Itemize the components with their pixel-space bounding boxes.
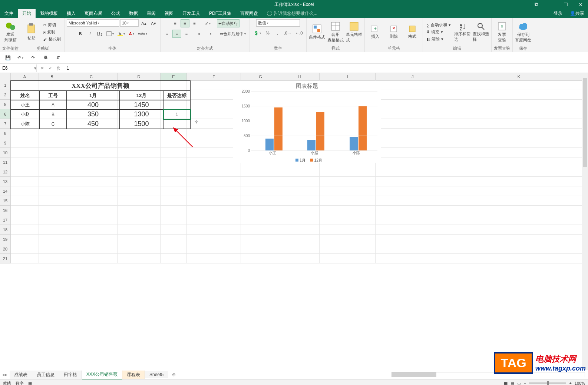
grid-cell[interactable] bbox=[65, 167, 118, 177]
cancel-formula-button[interactable]: ✕ bbox=[40, 66, 44, 71]
grid-cell[interactable] bbox=[65, 186, 118, 196]
grid-cell[interactable] bbox=[118, 148, 161, 157]
grid-cell[interactable] bbox=[450, 254, 588, 263]
cell-id[interactable]: A bbox=[40, 100, 67, 110]
grid-cell[interactable] bbox=[11, 138, 39, 148]
grid-cell[interactable] bbox=[187, 244, 241, 254]
grid-cell[interactable] bbox=[241, 215, 280, 225]
accounting-format-button[interactable]: 💲 bbox=[252, 29, 262, 37]
col-D[interactable]: D bbox=[118, 73, 161, 80]
grid-cell[interactable] bbox=[280, 206, 320, 215]
grid-cell[interactable] bbox=[450, 119, 588, 129]
fx-button[interactable]: fx bbox=[57, 66, 60, 71]
phonetic-button[interactable]: wén bbox=[137, 30, 149, 38]
grid-cell[interactable] bbox=[450, 138, 588, 148]
font-size-select[interactable]: 10 bbox=[120, 19, 139, 27]
row-header[interactable]: 7 bbox=[0, 119, 11, 129]
grid-cell[interactable] bbox=[280, 196, 320, 206]
col-E[interactable]: E bbox=[161, 73, 187, 80]
grid-cell[interactable] bbox=[187, 215, 241, 225]
grid-cell[interactable] bbox=[161, 235, 187, 244]
tell-me[interactable]: 告诉我您想要做什么... bbox=[262, 9, 322, 18]
cell-m12[interactable]: 1500 bbox=[120, 119, 163, 129]
grid-cell[interactable] bbox=[376, 254, 450, 263]
cell-name[interactable]: 小赵 bbox=[11, 110, 40, 119]
grid-cell[interactable] bbox=[450, 167, 588, 177]
grid-cell[interactable] bbox=[11, 186, 39, 196]
col-I[interactable]: I bbox=[320, 73, 376, 80]
grid-cell[interactable] bbox=[320, 254, 376, 263]
grid-cell[interactable] bbox=[11, 148, 39, 157]
grid-cell[interactable] bbox=[39, 157, 65, 167]
grid-cell[interactable] bbox=[320, 196, 376, 206]
grid-cell[interactable] bbox=[161, 206, 187, 215]
invoice-check-button[interactable]: ¥发票 查验 bbox=[494, 21, 510, 43]
percent-button[interactable]: % bbox=[263, 29, 272, 37]
fill-button[interactable]: ⬇ 填充 ▾ bbox=[425, 29, 452, 35]
grid-cell[interactable] bbox=[187, 225, 241, 235]
grid-cell[interactable] bbox=[11, 196, 39, 206]
share-button[interactable]: 👤 共享 bbox=[566, 9, 588, 18]
grid-cell[interactable] bbox=[376, 186, 450, 196]
row-header[interactable]: 11 bbox=[0, 157, 11, 167]
grid-cell[interactable] bbox=[161, 215, 187, 225]
grid-cell[interactable] bbox=[65, 157, 118, 167]
row-header[interactable]: 16 bbox=[0, 206, 11, 215]
hscroll-thumb[interactable] bbox=[392, 372, 436, 377]
autosum-button[interactable]: ∑ 自动求和 ▾ bbox=[425, 22, 452, 28]
login-button[interactable]: 登录 bbox=[550, 9, 566, 18]
grid-cell[interactable] bbox=[376, 119, 450, 129]
find-select-button[interactable]: 查找和选择 bbox=[473, 22, 489, 42]
grid-cell[interactable] bbox=[241, 167, 280, 177]
grid-cell[interactable] bbox=[118, 177, 161, 186]
qat-save-button[interactable]: 💾 bbox=[4, 54, 12, 62]
table-format-button[interactable]: 套用 表格格式 bbox=[327, 21, 344, 43]
grid-cell[interactable] bbox=[280, 235, 320, 244]
grid-cell[interactable] bbox=[450, 100, 588, 109]
grid-cell[interactable] bbox=[280, 244, 320, 254]
grid-cell[interactable] bbox=[376, 90, 450, 100]
col-B[interactable]: B bbox=[39, 73, 65, 80]
grid-cell[interactable] bbox=[118, 129, 161, 138]
grid-cell[interactable] bbox=[161, 196, 187, 206]
grid-cell[interactable] bbox=[450, 109, 588, 119]
sheet-tab-active[interactable]: XXX公司销售额 bbox=[82, 370, 122, 379]
zoom-out-button[interactable]: − bbox=[524, 381, 526, 385]
row-header[interactable]: 13 bbox=[0, 177, 11, 186]
grid-cell[interactable] bbox=[39, 196, 65, 206]
grid-cell[interactable] bbox=[118, 196, 161, 206]
grid-cell[interactable] bbox=[65, 148, 118, 157]
align-middle-button[interactable]: ≡ bbox=[181, 19, 189, 27]
row-header[interactable]: 17 bbox=[0, 215, 11, 225]
qat-print-button[interactable]: 🖶 bbox=[42, 54, 50, 62]
qat-touch-button[interactable]: ⇵ bbox=[54, 54, 62, 62]
sheet-tab[interactable]: 成绩表 bbox=[10, 371, 32, 379]
increase-indent-button[interactable]: ⇥ bbox=[205, 30, 214, 38]
grid-cell[interactable] bbox=[187, 235, 241, 244]
grid-cell[interactable] bbox=[241, 186, 280, 196]
grid-cell[interactable] bbox=[118, 157, 161, 167]
grid-cell[interactable] bbox=[118, 206, 161, 215]
cell-pass[interactable] bbox=[163, 100, 191, 110]
underline-button[interactable]: U bbox=[95, 30, 104, 38]
grid-cell[interactable] bbox=[450, 129, 588, 138]
zoom-in-button[interactable]: + bbox=[569, 381, 571, 385]
insert-cells-button[interactable]: +插入 bbox=[367, 25, 383, 39]
zoom-slider[interactable] bbox=[529, 382, 566, 384]
grid-cell[interactable] bbox=[320, 215, 376, 225]
grid-cell[interactable] bbox=[39, 167, 65, 177]
tab-formulas[interactable]: 公式 bbox=[107, 9, 125, 18]
grid-cell[interactable] bbox=[280, 225, 320, 235]
add-sheet-button[interactable]: ⊕ bbox=[168, 372, 179, 377]
grid-cell[interactable] bbox=[39, 186, 65, 196]
align-right-button[interactable]: ≡ bbox=[182, 30, 191, 38]
active-cell[interactable]: 1 bbox=[163, 110, 191, 119]
grid-cell[interactable] bbox=[280, 177, 320, 186]
grid-cell[interactable] bbox=[161, 177, 187, 186]
grid-cell[interactable] bbox=[39, 235, 65, 244]
grid-cell[interactable] bbox=[376, 100, 450, 109]
chart-bar[interactable] bbox=[265, 139, 274, 150]
qat-undo-button[interactable]: ↶ bbox=[16, 54, 24, 62]
grid-cell[interactable] bbox=[376, 206, 450, 215]
align-top-button[interactable]: ≡ bbox=[171, 19, 180, 27]
